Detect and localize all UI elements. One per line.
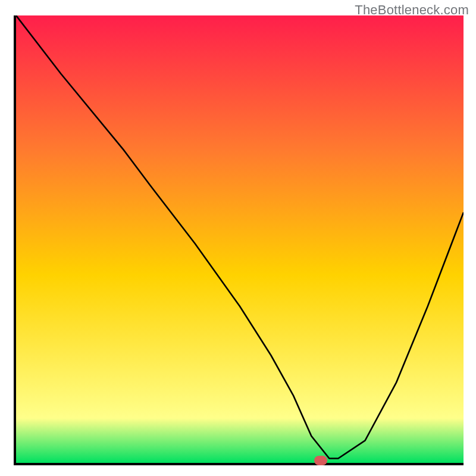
optimal-point-marker — [314, 456, 327, 465]
bottleneck-chart — [16, 15, 464, 463]
chart-background-gradient — [16, 15, 464, 463]
